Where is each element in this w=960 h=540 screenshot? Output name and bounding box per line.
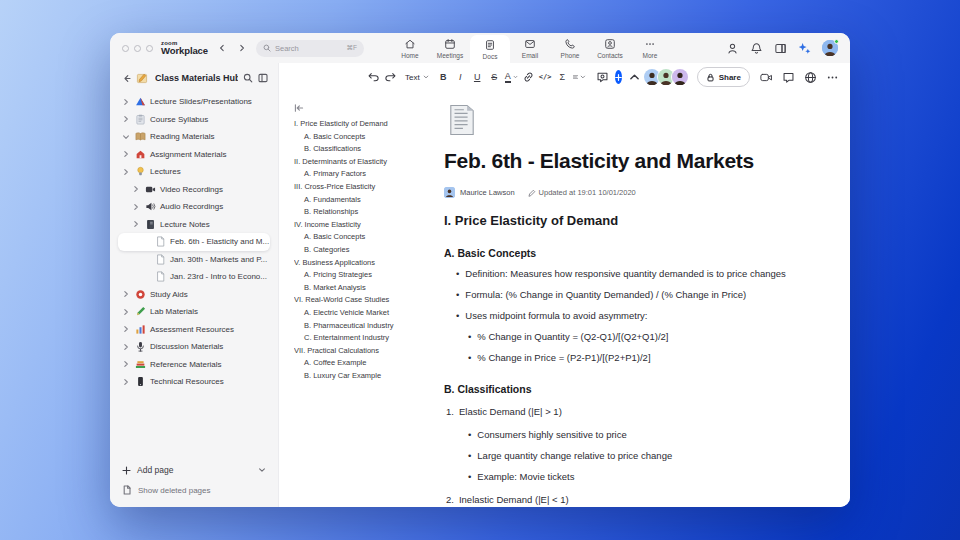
doc-bullet-item[interactable]: •Large quantity change relative to price… xyxy=(444,450,834,462)
tab-email[interactable]: Email xyxy=(510,33,550,63)
outline-item[interactable]: A. Electric Vehicle Market xyxy=(294,307,432,320)
insert-plus-button[interactable] xyxy=(615,70,622,84)
equation-button[interactable]: Σ xyxy=(554,68,571,86)
doc-heading-3[interactable]: B. Classifications xyxy=(444,383,834,395)
outline-item[interactable]: B. Classifications xyxy=(294,143,432,156)
tree-folder-item[interactable]: Reference Materials xyxy=(110,356,270,374)
chevron-right-icon[interactable] xyxy=(132,203,140,211)
chevron-right-icon[interactable] xyxy=(122,115,130,123)
outline-item[interactable]: VII. Practical Calculations xyxy=(294,345,432,358)
tree-folder-item[interactable]: Lectures xyxy=(110,163,270,181)
outline-item[interactable]: A. Pricing Strategies xyxy=(294,269,432,282)
add-page-expand-icon[interactable] xyxy=(258,466,266,474)
document-body[interactable]: Feb. 6th - Elasticity and Markets Mauric… xyxy=(432,91,850,507)
page-tree-item[interactable]: Jan. 30th - Markets and P... xyxy=(110,251,270,269)
comment-icon[interactable] xyxy=(594,68,611,86)
ai-companion-icon[interactable] xyxy=(798,42,811,55)
alignment-button[interactable] xyxy=(571,68,588,86)
show-deleted-pages-button[interactable]: Show deleted pages xyxy=(122,485,266,495)
outline-item[interactable]: A. Coffee Example xyxy=(294,357,432,370)
tab-contacts[interactable]: Contacts xyxy=(590,33,630,63)
link-icon[interactable] xyxy=(520,68,537,86)
outline-item[interactable]: III. Cross-Price Elasticity xyxy=(294,181,432,194)
doc-bullet-item[interactable]: •Consumers highly sensitive to price xyxy=(444,429,834,441)
code-button[interactable]: </> xyxy=(537,68,554,86)
tree-folder-item[interactable]: Video Recordings xyxy=(110,181,270,199)
chevron-right-icon[interactable] xyxy=(122,378,130,386)
chevron-right-icon[interactable] xyxy=(122,98,130,106)
text-color-button[interactable]: A xyxy=(503,68,520,86)
outline-item[interactable]: B. Market Analysis xyxy=(294,282,432,295)
tree-folder-item[interactable]: Audio Recordings xyxy=(110,198,270,216)
page-tree-item[interactable]: Feb. 6th - Elasticity and M... xyxy=(118,233,270,251)
tree-folder-item[interactable]: Assessment Resources xyxy=(110,321,270,339)
doc-bullet-item[interactable]: •Formula: (% Change in Quantity Demanded… xyxy=(444,289,834,301)
notifications-bell-icon[interactable] xyxy=(750,42,763,55)
outline-item[interactable]: A. Primary Factors xyxy=(294,168,432,181)
undo-icon[interactable] xyxy=(365,68,382,86)
tree-folder-item[interactable]: Lecture Notes xyxy=(110,216,270,234)
back-arrow-icon[interactable] xyxy=(218,44,226,52)
tree-folder-item[interactable]: Discussion Materials xyxy=(110,338,270,356)
collapse-toolbar-icon[interactable] xyxy=(626,68,643,86)
outline-item[interactable]: A. Basic Concepts xyxy=(294,231,432,244)
document-title[interactable]: Feb. 6th - Elasticity and Markets xyxy=(444,149,834,173)
window-close-button[interactable] xyxy=(122,45,129,52)
tree-folder-item[interactable]: Technical Resources xyxy=(110,373,270,391)
outline-item[interactable]: C. Entertainment Industry xyxy=(294,332,432,345)
outline-item[interactable]: V. Business Applications xyxy=(294,257,432,270)
chevron-down-icon[interactable] xyxy=(122,133,130,141)
tree-folder-item[interactable]: Lecture Slides/Presentations xyxy=(110,93,270,111)
contact-profile-icon[interactable] xyxy=(726,42,739,55)
outline-item[interactable]: VI. Real-World Case Studies xyxy=(294,294,432,307)
tree-folder-item[interactable]: Reading Materials xyxy=(110,128,270,146)
chevron-right-icon[interactable] xyxy=(122,325,130,333)
tree-folder-item[interactable]: Assignment Materials xyxy=(110,146,270,164)
add-page-button[interactable]: Add page xyxy=(122,465,266,475)
chevron-right-icon[interactable] xyxy=(122,308,130,316)
tab-home[interactable]: Home xyxy=(390,33,430,63)
chevron-right-icon[interactable] xyxy=(132,220,140,228)
outline-item[interactable]: B. Categories xyxy=(294,244,432,257)
user-avatar[interactable] xyxy=(822,40,838,56)
more-options-icon[interactable] xyxy=(826,71,839,84)
global-search-input[interactable]: Search ⌘F xyxy=(256,40,364,57)
doc-heading-3[interactable]: A. Basic Concepts xyxy=(444,247,834,259)
tree-folder-item[interactable]: Lab Materials xyxy=(110,303,270,321)
outline-item[interactable]: B. Luxury Car Example xyxy=(294,370,432,383)
collapse-outline-icon[interactable] xyxy=(294,103,304,113)
doc-bullet-item[interactable]: •% Change in Quantity = (Q2-Q1)/[(Q2+Q1)… xyxy=(444,331,834,343)
chevron-right-icon[interactable] xyxy=(122,343,130,351)
forward-arrow-icon[interactable] xyxy=(238,44,246,52)
outline-item[interactable]: A. Fundamentals xyxy=(294,194,432,207)
window-minimize-button[interactable] xyxy=(134,45,141,52)
side-panel-toggle-icon[interactable] xyxy=(774,42,787,55)
doc-bullet-item[interactable]: •Definition: Measures how responsive qua… xyxy=(444,268,834,280)
redo-icon[interactable] xyxy=(382,68,399,86)
outline-item[interactable]: A. Basic Concepts xyxy=(294,131,432,144)
sidebar-search-icon[interactable] xyxy=(243,73,253,83)
sidebar-back-icon[interactable] xyxy=(122,74,131,83)
chevron-right-icon[interactable] xyxy=(132,185,140,193)
doc-numbered-item[interactable]: 2.Inelastic Demand (|E| < 1) xyxy=(444,494,834,506)
underline-button[interactable]: U xyxy=(469,68,486,86)
window-maximize-button[interactable] xyxy=(146,45,153,52)
chat-icon[interactable] xyxy=(782,71,795,84)
outline-item[interactable]: B. Relationships xyxy=(294,206,432,219)
strikethrough-button[interactable]: S xyxy=(486,68,503,86)
tree-folder-item[interactable]: Course Syllabus xyxy=(110,111,270,129)
video-call-icon[interactable] xyxy=(760,71,773,84)
chevron-right-icon[interactable] xyxy=(122,290,130,298)
outline-item[interactable]: II. Determinants of Elasticity xyxy=(294,156,432,169)
chevron-right-icon[interactable] xyxy=(122,360,130,368)
bold-button[interactable]: B xyxy=(435,68,452,86)
doc-numbered-item[interactable]: 1.Elastic Demand (|E| > 1) xyxy=(444,406,834,418)
outline-item[interactable]: IV. Income Elasticity xyxy=(294,219,432,232)
tab-phone[interactable]: Phone xyxy=(550,33,590,63)
italic-button[interactable]: I xyxy=(452,68,469,86)
tab-docs[interactable]: Docs xyxy=(470,35,510,63)
text-style-selector[interactable]: Text xyxy=(405,73,429,82)
sidebar-panel-icon[interactable] xyxy=(258,73,268,83)
chevron-right-icon[interactable] xyxy=(122,150,130,158)
doc-bullet-item[interactable]: •Uses midpoint formula to avoid asymmetr… xyxy=(444,310,834,322)
